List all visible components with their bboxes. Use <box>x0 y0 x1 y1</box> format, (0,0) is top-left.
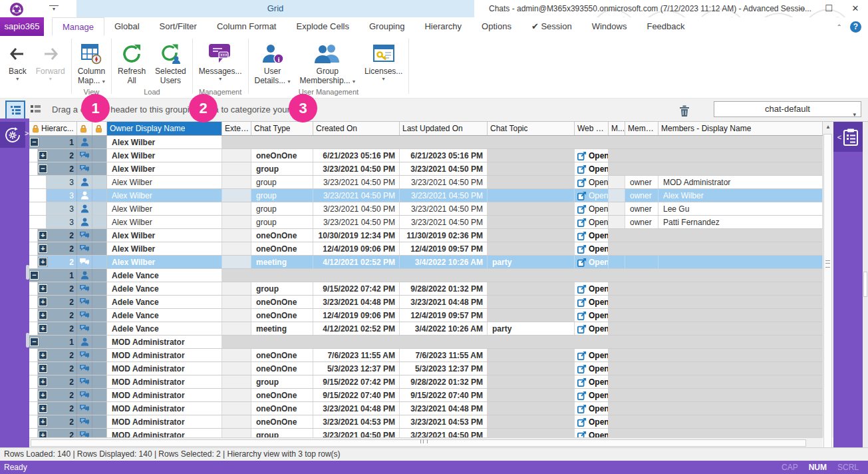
column-header[interactable]: External <box>222 122 251 135</box>
list-view-toggle[interactable] <box>27 101 44 118</box>
column-header[interactable]: Created On <box>313 122 400 135</box>
column-header[interactable]: Owner Display Name <box>107 122 222 135</box>
column-header[interactable]: Web URL <box>575 122 609 135</box>
settings-panel-button[interactable] <box>0 122 25 148</box>
forward-button[interactable]: Forward▾ <box>31 40 70 83</box>
group-membership-button[interactable]: Group Membership... ▾ <box>295 40 360 87</box>
tab-column-format[interactable]: Column Format <box>207 17 287 36</box>
column-map-button[interactable]: Column Map... ▾ <box>73 40 110 87</box>
back-button[interactable]: Back▾ <box>4 40 31 83</box>
expand-settings-chevron-icon[interactable]: > <box>25 129 29 137</box>
grid-row[interactable]: 3Alex Wilbergroup3/23/2021 04:50 PM3/23/… <box>29 216 823 229</box>
panel-scrollbar-thumb[interactable] <box>863 272 867 297</box>
licenses-button[interactable]: Licenses...▾ <box>360 40 407 83</box>
open-web-url-link[interactable]: Open <box>575 216 609 228</box>
open-web-url-link[interactable]: Open <box>575 229 609 242</box>
open-web-url-link[interactable]: Open <box>575 349 609 361</box>
open-web-url-link[interactable]: Open <box>575 402 609 415</box>
grid-row[interactable]: +2Alex WilberoneOnOne12/4/2019 09:06 PM1… <box>29 242 823 256</box>
view-preset-dropdown[interactable]: chat-default ▾ <box>714 101 861 117</box>
open-web-url-link[interactable]: Open <box>575 362 609 375</box>
horizontal-scrollbar[interactable] <box>29 437 823 447</box>
expand-toggle[interactable]: + <box>39 324 47 333</box>
tab-hierarchy[interactable]: Hierarchy <box>414 17 472 36</box>
grid-row[interactable]: +2Alex WilberoneOnOne10/30/2019 12:34 PM… <box>29 229 823 242</box>
column-header[interactable]: M... <box>609 122 625 135</box>
open-web-url-link[interactable]: Open <box>575 162 609 175</box>
open-web-url-link[interactable]: Open <box>575 309 609 322</box>
delete-view-button[interactable] <box>676 102 693 119</box>
collapse-ribbon-icon[interactable]: ⌃ <box>837 23 842 31</box>
grid-row[interactable]: +2MOD AdministratoroneOnOne9/15/2022 07:… <box>29 389 823 402</box>
open-web-url-link[interactable]: Open <box>575 322 609 335</box>
column-header[interactable]: Chat Type <box>251 122 313 135</box>
tab-sort-filter[interactable]: Sort/Filter <box>150 17 207 36</box>
grid-row[interactable]: −1Adele Vance <box>29 269 823 282</box>
tab-session[interactable]: ✔ Session <box>521 17 582 36</box>
expand-toggle[interactable]: + <box>39 298 47 306</box>
grid-row[interactable]: +2MOD AdministratoroneOnOne3/23/2021 04:… <box>29 415 823 429</box>
column-header[interactable]: Members - Display Name <box>658 122 823 135</box>
refresh-all-button[interactable]: RefreshAll <box>113 40 150 87</box>
grid-row[interactable]: −1MOD Administrator <box>29 336 823 349</box>
clipboard-panel-button[interactable]: < <box>833 122 863 152</box>
expand-toggle[interactable]: + <box>39 377 47 386</box>
tab-explode-cells[interactable]: Explode Cells <box>286 17 359 36</box>
grid-row[interactable]: +2Alex Wilbermeeting4/12/2021 02:52 PM3/… <box>29 256 823 269</box>
column-header[interactable]: Chat Topic <box>488 122 575 135</box>
grid-row[interactable]: −2Alex Wilbergroup3/23/2021 04:50 PM3/23… <box>29 162 823 176</box>
customize-quick-access-icon[interactable]: ▾ <box>49 5 59 13</box>
expand-toggle[interactable]: + <box>39 404 47 413</box>
expand-toggle[interactable]: + <box>39 231 47 240</box>
tab-feedback[interactable]: Feedback <box>637 17 694 36</box>
user-details-button[interactable]: i User Details... ▾ <box>250 40 295 87</box>
open-web-url-link[interactable]: Open <box>575 189 609 202</box>
column-header[interactable] <box>92 122 107 135</box>
grid-row[interactable]: +2MOD Administratorgroup9/15/2022 07:42 … <box>29 375 823 389</box>
open-web-url-link[interactable]: Open <box>575 242 609 255</box>
expand-toggle[interactable]: + <box>39 364 47 373</box>
grid-row[interactable]: +2Adele VanceoneOnOne12/4/2019 09:06 PM1… <box>29 309 823 322</box>
grid-row[interactable]: 3Alex Wilbergroup3/23/2021 04:50 PM3/23/… <box>29 189 823 202</box>
collapse-toggle[interactable]: − <box>39 164 47 173</box>
collapse-toggle[interactable]: − <box>30 338 39 346</box>
grid-row[interactable]: +2MOD AdministratoroneOnOne7/6/2023 11:5… <box>29 349 823 362</box>
expand-toggle[interactable]: + <box>39 417 47 426</box>
expand-toggle[interactable]: + <box>39 391 47 399</box>
column-header[interactable]: Last Updated On <box>400 122 488 135</box>
open-web-url-link[interactable]: Open <box>575 389 609 401</box>
open-web-url-link[interactable]: Open <box>575 296 609 308</box>
refresh-selected-users-button[interactable]: SelectedUsers <box>150 40 191 87</box>
grid-row[interactable]: +2MOD AdministratoroneOnOne3/23/2021 04:… <box>29 402 823 415</box>
tab-manage[interactable]: Manage <box>52 17 104 36</box>
grid-row[interactable]: −1Alex Wilber <box>29 136 823 149</box>
hierarchy-view-toggle[interactable] <box>5 101 25 120</box>
scroll-up-icon[interactable]: ▲ <box>823 122 833 132</box>
app-icon[interactable] <box>9 2 24 17</box>
column-header[interactable]: Hierarc... <box>29 122 77 135</box>
expand-toggle[interactable]: + <box>39 244 47 253</box>
tab-options[interactable]: Options <box>472 17 521 36</box>
open-web-url-link[interactable]: Open <box>575 176 609 188</box>
open-web-url-link[interactable]: Open <box>575 282 609 295</box>
column-header[interactable]: Members... <box>625 122 658 135</box>
grid-row[interactable]: 3Alex Wilbergroup3/23/2021 04:50 PM3/23/… <box>29 202 823 216</box>
open-web-url-link[interactable]: Open <box>575 375 609 388</box>
expand-toggle[interactable]: + <box>39 151 47 160</box>
grid-row[interactable]: +2Adele Vancemeeting4/12/2021 02:52 PM3/… <box>29 322 823 336</box>
open-web-url-link[interactable]: Open <box>575 429 609 437</box>
collapse-toggle[interactable]: − <box>30 271 39 280</box>
expand-toggle[interactable]: + <box>39 431 47 437</box>
expand-toggle[interactable]: + <box>39 311 47 320</box>
column-header[interactable] <box>77 122 92 135</box>
grid-row[interactable]: 3Alex Wilbergroup3/23/2021 04:50 PM3/23/… <box>29 176 823 189</box>
expand-toggle[interactable]: + <box>39 258 47 266</box>
tab-sapio365[interactable]: sapio365 <box>0 17 44 36</box>
open-web-url-link[interactable]: Open <box>575 256 609 268</box>
open-web-url-link[interactable]: Open <box>575 202 609 215</box>
grid-row[interactable]: +2Adele Vancegroup9/15/2022 07:42 PM9/28… <box>29 282 823 296</box>
grid-row[interactable]: +2MOD Administratorgroup3/23/2021 04:50 … <box>29 429 823 437</box>
collapse-toggle[interactable]: − <box>30 138 39 146</box>
open-web-url-link[interactable]: Open <box>575 149 609 162</box>
tab-grouping[interactable]: Grouping <box>359 17 414 36</box>
